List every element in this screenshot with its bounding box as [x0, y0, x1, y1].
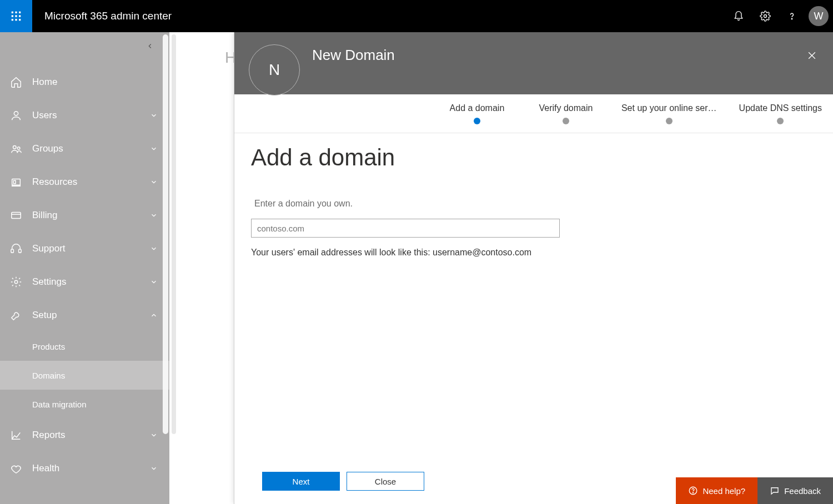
gear-icon — [760, 11, 771, 22]
chevron-down-icon — [150, 278, 158, 286]
panel-badge: N — [249, 44, 300, 95]
close-panel-button[interactable] — [803, 47, 821, 64]
sidebar-item-label: Resources — [32, 177, 148, 188]
svg-rect-7 — [15, 19, 17, 21]
chevron-left-icon — [146, 42, 154, 50]
new-domain-panel: N New Domain Add a domain Verify domain … — [234, 32, 833, 504]
sidebar-item-reports[interactable]: Reports — [0, 419, 169, 452]
sidebar-item-label: Users — [32, 110, 148, 121]
app-title: Microsoft 365 admin center — [44, 10, 725, 22]
support-icon — [10, 243, 22, 255]
close-button[interactable]: Close — [347, 472, 424, 491]
sidebar-subitem-label: Products — [32, 342, 65, 351]
sidebar-item-users[interactable]: Users — [0, 99, 169, 132]
feedback-button[interactable]: Feedback — [757, 477, 833, 504]
button-label: Close — [375, 477, 396, 486]
help-button[interactable] — [779, 0, 805, 32]
svg-point-19 — [14, 280, 18, 284]
button-label: Feedback — [784, 486, 821, 496]
step-label: Update DNS settings — [739, 103, 822, 113]
account-avatar[interactable]: W — [809, 6, 829, 26]
chevron-down-icon — [150, 431, 158, 439]
svg-rect-2 — [19, 12, 21, 13]
panel-badge-letter: N — [269, 61, 280, 79]
domain-hint: Your users' email addresses will look li… — [251, 248, 816, 258]
next-button[interactable]: Next — [262, 472, 340, 491]
sidebar-item-resources[interactable]: Resources — [0, 165, 169, 199]
settings-button[interactable] — [752, 0, 779, 32]
main-scrollbar[interactable] — [172, 34, 176, 434]
collapse-sidebar-button[interactable] — [146, 42, 154, 52]
step-update-dns[interactable]: Update DNS settings — [739, 103, 822, 124]
panel-header: N New Domain — [234, 32, 833, 94]
svg-point-10 — [791, 18, 792, 19]
chevron-up-icon — [150, 311, 158, 319]
sidebar-subitem-label: Domains — [32, 371, 65, 380]
wizard-stepper: Add a domain Verify domain Set up your o… — [234, 94, 833, 133]
resources-icon — [10, 176, 22, 188]
sidebar-item-billing[interactable]: Billing — [0, 199, 169, 232]
nav: Home Users Groups Resources Billing — [0, 65, 169, 485]
gear-icon — [10, 276, 22, 288]
sidebar-item-label: Reports — [32, 430, 148, 441]
sidebar-subitem-products[interactable]: Products — [0, 332, 169, 361]
waffle-icon — [11, 11, 22, 22]
chevron-down-icon — [150, 465, 158, 472]
domain-field-label: Enter a domain you own. — [254, 199, 816, 209]
svg-rect-16 — [12, 213, 21, 219]
sidebar-item-label: Billing — [32, 210, 148, 221]
sidebar: Home Users Groups Resources Billing — [0, 32, 169, 504]
sidebar-item-label: Setup — [32, 310, 148, 321]
step-label: Verify domain — [539, 103, 593, 113]
svg-rect-15 — [13, 180, 16, 184]
sidebar-item-label: Health — [32, 463, 148, 474]
chevron-down-icon — [150, 211, 158, 219]
panel-heading: Add a domain — [251, 144, 816, 171]
chevron-down-icon — [150, 178, 158, 186]
question-circle-icon — [688, 486, 698, 496]
step-dot-icon — [474, 118, 480, 124]
bell-icon — [733, 11, 744, 22]
sidebar-item-label: Support — [32, 243, 148, 254]
need-help-button[interactable]: Need help? — [676, 477, 757, 504]
svg-rect-17 — [11, 249, 14, 253]
domain-input[interactable] — [251, 219, 560, 238]
avatar-initial: W — [814, 11, 824, 22]
step-label: Add a domain — [450, 103, 505, 113]
chevron-down-icon — [150, 245, 158, 253]
svg-point-12 — [13, 146, 17, 149]
svg-point-23 — [693, 492, 694, 493]
groups-icon — [10, 143, 22, 155]
step-add-domain[interactable]: Add a domain — [444, 103, 510, 124]
notifications-button[interactable] — [725, 0, 752, 32]
sidebar-item-home[interactable]: Home — [0, 65, 169, 99]
step-setup-services[interactable]: Set up your online ser… — [621, 103, 717, 124]
step-verify-domain[interactable]: Verify domain — [533, 103, 599, 124]
sidebar-item-setup[interactable]: Setup — [0, 299, 169, 332]
close-icon — [806, 50, 817, 61]
chat-icon — [770, 486, 780, 496]
step-dot-icon — [777, 118, 784, 124]
top-bar-right: W — [725, 0, 833, 32]
reports-icon — [10, 429, 22, 441]
sidebar-subitem-label: Data migration — [32, 400, 87, 409]
home-icon — [10, 76, 22, 88]
sidebar-scrollbar[interactable] — [163, 34, 168, 434]
svg-rect-3 — [12, 15, 13, 17]
sidebar-subitem-data-migration[interactable]: Data migration — [0, 390, 169, 419]
health-icon — [10, 462, 22, 475]
panel-title: New Domain — [312, 47, 395, 64]
sidebar-subitem-domains[interactable]: Domains — [0, 361, 169, 390]
svg-rect-1 — [15, 12, 17, 13]
sidebar-item-health[interactable]: Health — [0, 452, 169, 485]
sidebar-item-support[interactable]: Support — [0, 232, 169, 265]
sidebar-item-groups[interactable]: Groups — [0, 132, 169, 165]
svg-rect-4 — [15, 15, 17, 17]
sidebar-item-settings[interactable]: Settings — [0, 265, 169, 299]
app-launcher-button[interactable] — [0, 0, 32, 32]
billing-icon — [10, 209, 22, 221]
footer-floaters: Need help? Feedback — [676, 477, 833, 504]
question-icon — [786, 11, 797, 22]
svg-rect-6 — [12, 19, 13, 21]
chevron-down-icon — [150, 145, 158, 153]
